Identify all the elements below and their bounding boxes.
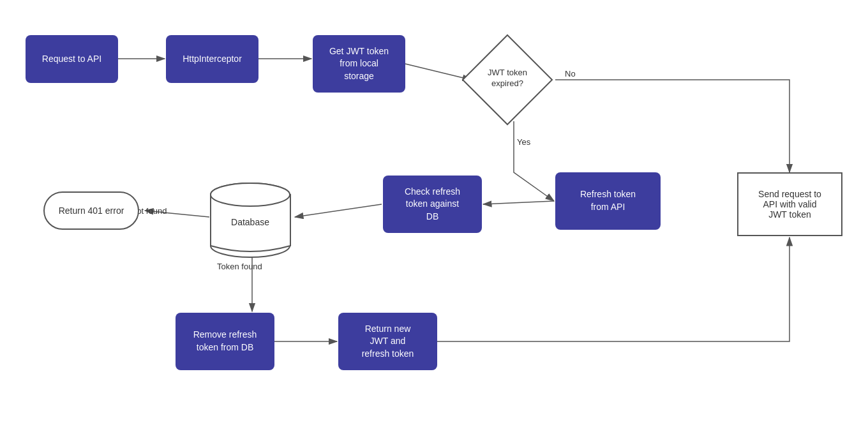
token-found-label: Token found [217, 262, 262, 271]
request-api-node: Request to API [26, 35, 118, 83]
return-new-jwt-node: Return newJWT andrefresh token [338, 313, 437, 370]
svg-line-5 [295, 204, 382, 217]
svg-text:Database: Database [231, 217, 269, 227]
flowchart-diagram: Request to API HttpInterceptor Get JWT t… [0, 0, 868, 434]
no-label: No [565, 69, 576, 79]
svg-text:expired?: expired? [491, 79, 523, 88]
yes-label: Yes [517, 137, 530, 147]
database-node: Database [207, 176, 294, 258]
svg-point-17 [211, 183, 290, 206]
http-interceptor-node: HttpInterceptor [166, 35, 258, 83]
send-request-node: Send request toAPI with validJWT token [737, 172, 842, 236]
get-jwt-node: Get JWT tokenfrom localstorage [313, 35, 405, 93]
remove-refresh-node: Remove refreshtoken from DB [176, 313, 274, 370]
refresh-token-api-node: Refresh tokenfrom API [555, 172, 661, 230]
return-401-node: Return 401 error [43, 191, 139, 230]
svg-text:JWT token: JWT token [488, 68, 527, 77]
svg-line-4 [483, 201, 554, 204]
jwt-expired-diamond: JWT token expired? [460, 32, 555, 128]
check-refresh-node: Check refreshtoken againstDB [383, 176, 482, 233]
